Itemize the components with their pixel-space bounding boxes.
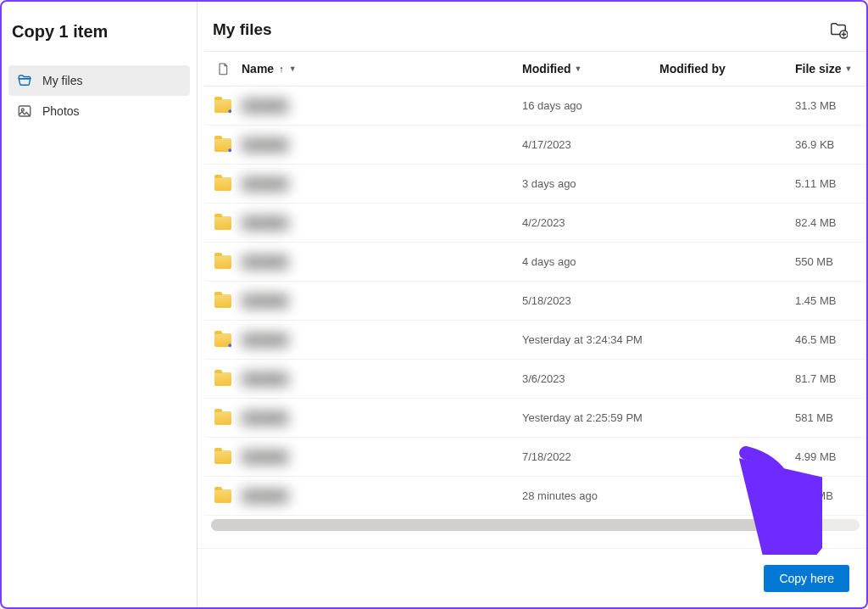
row-modified-cell: 7/18/2022 — [522, 450, 659, 463]
table-row[interactable]: ██████3 days ago5.11 MB — [204, 165, 866, 204]
row-size-cell: 36.9 KB — [795, 138, 866, 151]
row-name-cell: ██████ — [242, 255, 522, 268]
table-row[interactable]: ██████Yesterday at 3:24:34 PM46.5 MB — [204, 321, 866, 360]
row-name-cell: ██████ — [242, 216, 522, 229]
folder-icon — [214, 255, 231, 269]
file-icon — [216, 62, 230, 75]
row-modified-cell: 3 days ago — [522, 177, 659, 190]
column-name[interactable]: Name ↑ ▼ — [242, 62, 522, 75]
table-row[interactable]: ██████3/6/202381.7 MB — [204, 360, 866, 399]
row-modified-cell: 16 days ago — [522, 99, 659, 112]
main-header: My files — [198, 2, 866, 51]
folder-icon — [214, 99, 231, 113]
row-icon-cell — [204, 450, 242, 464]
breadcrumb[interactable]: My files — [213, 20, 272, 39]
column-modified-label: Modified — [522, 62, 571, 75]
row-size-cell: 550 MB — [795, 255, 866, 268]
copy-here-button[interactable]: Copy here — [764, 565, 849, 592]
folder-icon — [214, 489, 231, 503]
row-modified-cell: 4 days ago — [522, 255, 659, 268]
row-size-cell: 4.99 MB — [795, 450, 866, 463]
row-name-cell: ██████ — [242, 333, 522, 346]
folder-icon — [214, 333, 231, 347]
copy-dialog: Copy 1 item My files — [0, 0, 868, 609]
row-name-cell: ██████ — [242, 372, 522, 385]
file-table: Name ↑ ▼ Modified ▼ Modified by File siz… — [198, 51, 866, 548]
photo-icon — [17, 103, 32, 119]
folder-icon — [214, 450, 231, 464]
row-modified-cell: 28 minutes ago — [522, 489, 659, 502]
row-modified-cell: 4/17/2023 — [522, 138, 659, 151]
folder-open-icon — [17, 73, 32, 88]
column-file-size[interactable]: File size ▼ — [795, 62, 866, 75]
row-modified-cell: 4/2/2023 — [522, 216, 659, 229]
row-icon-cell — [204, 489, 242, 503]
row-icon-cell — [204, 216, 242, 230]
sidebar: Copy 1 item My files — [2, 2, 198, 607]
chevron-down-icon: ▼ — [289, 64, 297, 73]
row-size-cell: 5.11 MB — [795, 177, 866, 190]
row-size-cell: 46.5 MB — [795, 333, 866, 346]
row-modified-cell: 5/18/2023 — [522, 294, 659, 307]
row-size-cell: 31.3 MB — [795, 99, 866, 112]
column-size-label: File size — [795, 62, 841, 75]
table-row[interactable]: ██████4/17/202336.9 KB — [204, 126, 866, 165]
folder-icon — [214, 216, 231, 230]
row-modified-cell: Yesterday at 2:25:59 PM — [522, 411, 659, 424]
folder-icon — [214, 411, 231, 425]
row-icon-cell — [204, 333, 242, 347]
table-row[interactable]: ██████5/18/20231.45 MB — [204, 282, 866, 321]
row-name-cell: ██████ — [242, 411, 522, 424]
column-name-label: Name — [242, 62, 274, 75]
row-icon-cell — [204, 294, 242, 308]
row-size-cell: 168 MB — [795, 489, 866, 502]
dialog-title: Copy 1 item — [2, 8, 197, 65]
table-row[interactable]: ██████Yesterday at 2:25:59 PM581 MB — [204, 399, 866, 438]
horizontal-scrollbar[interactable] — [211, 519, 860, 531]
row-name-cell: ██████ — [242, 450, 522, 463]
table-row[interactable]: ██████4 days ago550 MB — [204, 243, 866, 282]
column-modified-by[interactable]: Modified by — [659, 62, 795, 75]
row-modified-cell: 3/6/2023 — [522, 372, 659, 385]
chevron-down-icon: ▼ — [844, 64, 852, 73]
scrollbar-thumb[interactable] — [211, 519, 782, 531]
main-panel: My files Name ↑ — [198, 2, 866, 607]
new-folder-button[interactable] — [829, 20, 848, 39]
row-icon-cell — [204, 138, 242, 152]
table-row[interactable]: ██████4/2/202382.4 MB — [204, 204, 866, 243]
row-name-cell: ██████ — [242, 138, 522, 151]
table-body: ██████16 days ago31.3 MB██████4/17/20233… — [204, 87, 866, 516]
row-icon-cell — [204, 372, 242, 386]
sidebar-nav: My files Photos — [2, 65, 197, 126]
row-size-cell: 1.45 MB — [795, 294, 866, 307]
column-type[interactable] — [204, 62, 242, 75]
row-name-cell: ██████ — [242, 99, 522, 112]
row-name-cell: ██████ — [242, 177, 522, 190]
column-modified[interactable]: Modified ▼ — [522, 62, 659, 75]
row-modified-cell: Yesterday at 3:24:34 PM — [522, 333, 659, 346]
row-name-cell: ██████ — [242, 489, 522, 502]
row-size-cell: 82.4 MB — [795, 216, 866, 229]
column-modified-by-label: Modified by — [659, 62, 726, 75]
folder-icon — [214, 177, 231, 191]
row-icon-cell — [204, 99, 242, 113]
row-size-cell: 581 MB — [795, 411, 866, 424]
sort-asc-icon: ↑ — [279, 64, 284, 74]
sidebar-item-my-files[interactable]: My files — [8, 65, 190, 96]
sidebar-item-label: My files — [42, 74, 82, 87]
table-row[interactable]: ██████28 minutes ago168 MB — [204, 477, 866, 516]
folder-icon — [214, 294, 231, 308]
row-name-cell: ██████ — [242, 294, 522, 307]
sidebar-item-photos[interactable]: Photos — [8, 96, 190, 126]
dialog-footer: Copy here — [198, 548, 866, 607]
table-row[interactable]: ██████16 days ago31.3 MB — [204, 87, 866, 126]
folder-icon — [214, 372, 231, 386]
table-row[interactable]: ██████7/18/20224.99 MB — [204, 438, 866, 477]
row-size-cell: 81.7 MB — [795, 372, 866, 385]
folder-icon — [214, 138, 231, 152]
row-icon-cell — [204, 255, 242, 269]
row-icon-cell — [204, 177, 242, 191]
chevron-down-icon: ▼ — [575, 64, 582, 73]
sidebar-item-label: Photos — [42, 104, 80, 118]
row-icon-cell — [204, 411, 242, 425]
